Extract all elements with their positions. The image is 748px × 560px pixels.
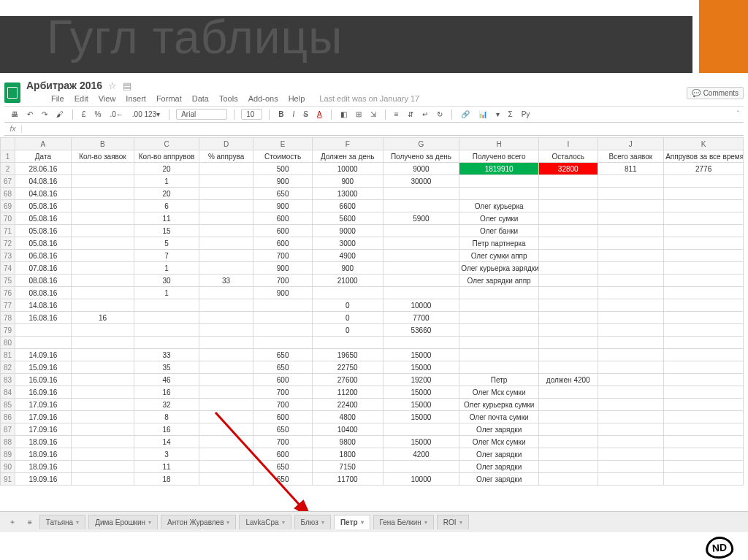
cell[interactable]: 650: [253, 473, 313, 486]
cell[interactable]: [459, 349, 539, 361]
cell[interactable]: [199, 423, 253, 436]
cell[interactable]: [539, 337, 598, 349]
cell[interactable]: [199, 188, 253, 200]
cell[interactable]: [598, 411, 664, 423]
collapse-toolbar-icon[interactable]: ˆ: [737, 110, 739, 118]
cell[interactable]: [539, 473, 598, 486]
cell[interactable]: Олег курьерка сумки: [459, 399, 539, 411]
row-header[interactable]: 81: [1, 349, 15, 361]
cell[interactable]: 16: [134, 386, 199, 399]
row-header[interactable]: 72: [1, 237, 15, 250]
print-icon[interactable]: 🖶: [9, 109, 20, 120]
cell[interactable]: [383, 287, 459, 299]
all-sheets-icon[interactable]: ≡: [23, 515, 37, 529]
cell[interactable]: [199, 312, 253, 324]
cell[interactable]: [199, 374, 253, 386]
cell[interactable]: 900: [253, 200, 313, 212]
cell[interactable]: [539, 212, 598, 225]
cell[interactable]: 6600: [312, 200, 383, 212]
cell[interactable]: должен 4200: [539, 374, 598, 386]
cell[interactable]: 650: [253, 349, 313, 361]
cell[interactable]: 600: [253, 448, 313, 461]
cell[interactable]: [539, 200, 598, 212]
cell[interactable]: 04.08.16: [15, 188, 72, 200]
cell[interactable]: [312, 337, 383, 349]
sheet-tab[interactable]: Блюз▾: [294, 515, 331, 529]
row-header[interactable]: 89: [1, 448, 15, 461]
cell[interactable]: [459, 175, 539, 188]
cell[interactable]: [664, 262, 744, 275]
cell[interactable]: 15000: [383, 361, 459, 374]
header-cell[interactable]: Стоимость: [253, 150, 313, 163]
cell[interactable]: [664, 212, 744, 225]
cell[interactable]: [15, 337, 72, 349]
cell[interactable]: [664, 423, 744, 436]
cell[interactable]: [664, 399, 744, 411]
cell[interactable]: 05.08.16: [15, 237, 72, 250]
cell[interactable]: Олег Мск сумки: [459, 386, 539, 399]
cell[interactable]: [664, 188, 744, 200]
cell[interactable]: [134, 299, 199, 312]
cell[interactable]: [539, 299, 598, 312]
cell[interactable]: [71, 361, 134, 374]
menu-format[interactable]: Format: [156, 94, 182, 103]
cell[interactable]: 1800: [312, 448, 383, 461]
cell[interactable]: [383, 275, 459, 287]
cell[interactable]: [199, 287, 253, 299]
cell[interactable]: 15000: [383, 349, 459, 361]
cell[interactable]: Петр партнерка: [459, 237, 539, 250]
cell[interactable]: 1: [134, 262, 199, 275]
cell[interactable]: 11700: [312, 473, 383, 486]
cell[interactable]: 16.09.16: [15, 374, 72, 386]
chevron-down-icon[interactable]: ▾: [282, 519, 285, 526]
cell[interactable]: Олег зарядки: [459, 461, 539, 473]
cell[interactable]: 0: [312, 324, 383, 337]
cell[interactable]: 650: [253, 461, 313, 473]
cell[interactable]: 08.08.16: [15, 287, 72, 299]
column-header[interactable]: K: [664, 138, 744, 150]
cell[interactable]: [134, 312, 199, 324]
cell[interactable]: 05.08.16: [15, 225, 72, 237]
column-header[interactable]: I: [539, 138, 598, 150]
cell[interactable]: 700: [253, 436, 313, 448]
cell[interactable]: [664, 448, 744, 461]
last-edit-text[interactable]: Last edit was on January 17: [319, 94, 419, 103]
cell[interactable]: 11200: [312, 386, 383, 399]
percent-icon[interactable]: %: [93, 109, 104, 120]
cell[interactable]: [664, 200, 744, 212]
sheet-tab[interactable]: LavkaCpa▾: [239, 515, 291, 529]
row-header[interactable]: 88: [1, 436, 15, 448]
cell[interactable]: 15000: [383, 411, 459, 423]
cell[interactable]: 600: [253, 237, 313, 250]
column-header[interactable]: B: [71, 138, 134, 150]
cell[interactable]: 0: [312, 299, 383, 312]
cell[interactable]: 700: [253, 275, 313, 287]
cell[interactable]: 650: [253, 361, 313, 374]
header-cell[interactable]: Получено всего: [459, 150, 539, 163]
cell[interactable]: 14.09.16: [15, 349, 72, 361]
cell[interactable]: Олег курьерка зарядки: [459, 262, 539, 275]
cell[interactable]: [199, 411, 253, 423]
cell[interactable]: [459, 337, 539, 349]
row-header[interactable]: 71: [1, 225, 15, 237]
cell[interactable]: [71, 399, 134, 411]
cell[interactable]: 15.09.16: [15, 361, 72, 374]
cell[interactable]: [598, 448, 664, 461]
cell[interactable]: [71, 473, 134, 486]
column-header[interactable]: C: [134, 138, 199, 150]
cell[interactable]: Олег сумки аппр: [459, 250, 539, 262]
cell[interactable]: 33: [134, 349, 199, 361]
cell[interactable]: [199, 399, 253, 411]
cell[interactable]: [71, 461, 134, 473]
cell[interactable]: [312, 287, 383, 299]
column-header[interactable]: F: [312, 138, 383, 150]
rotate-icon[interactable]: ↻: [435, 109, 445, 120]
cell[interactable]: Олег зарядки: [459, 448, 539, 461]
cell[interactable]: [664, 361, 744, 374]
cell[interactable]: 900: [312, 175, 383, 188]
row-header[interactable]: 70: [1, 212, 15, 225]
cell[interactable]: [598, 225, 664, 237]
strike-icon[interactable]: S: [301, 109, 310, 120]
fill-color-icon[interactable]: ◧: [338, 109, 349, 120]
cell[interactable]: [598, 262, 664, 275]
